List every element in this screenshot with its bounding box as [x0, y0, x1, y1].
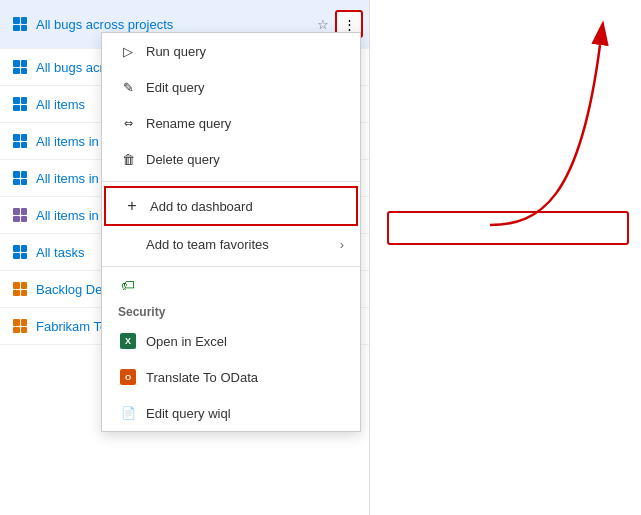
divider-2	[102, 266, 360, 267]
menu-edit-query[interactable]: ✎ Edit query	[102, 69, 360, 105]
menu-run-query[interactable]: ▷ Run query	[102, 33, 360, 69]
menu-add-dashboard[interactable]: + Add to dashboard	[104, 186, 358, 226]
menu-rename-label: Rename query	[146, 116, 231, 131]
grid-icon-7	[12, 244, 28, 260]
grid-icon-9	[12, 318, 28, 334]
grid-icon-8	[12, 281, 28, 297]
play-icon: ▷	[118, 41, 138, 61]
menu-wiql[interactable]: 📄 Edit query wiql	[102, 395, 360, 431]
chevron-right-icon: ›	[340, 237, 344, 252]
menu-wiql-label: Edit query wiql	[146, 406, 231, 421]
menu-tag: 🏷	[102, 271, 360, 299]
menu-rename-query[interactable]: ⇔ Rename query	[102, 105, 360, 141]
menu-delete-query[interactable]: 🗑 Delete query	[102, 141, 360, 177]
favorites-spacer	[118, 234, 138, 254]
menu-favorites-label: Add to team favorites	[146, 237, 269, 252]
grid-icon-5	[12, 170, 28, 186]
rename-icon: ⇔	[118, 113, 138, 133]
menu-odata-label: Translate To OData	[146, 370, 258, 385]
wiql-icon: 📄	[118, 403, 138, 423]
tag-icon: 🏷	[118, 275, 138, 295]
context-menu: ▷ Run query ✎ Edit query ⇔ Rename query …	[101, 32, 361, 432]
menu-add-favorites[interactable]: Add to team favorites ›	[102, 226, 360, 262]
odata-icon: O	[118, 367, 138, 387]
query-list: All bugs across projects ☆ ⋮ ▷ Run query…	[0, 0, 370, 515]
more-button-1[interactable]: ⋮ ▷ Run query ✎ Edit query ⇔ Rename quer…	[335, 10, 363, 38]
grid-icon-6	[12, 207, 28, 223]
menu-delete-label: Delete query	[146, 152, 220, 167]
divider-1	[102, 181, 360, 182]
menu-run-label: Run query	[146, 44, 206, 59]
svg-rect-1	[388, 212, 628, 244]
menu-odata[interactable]: O Translate To OData	[102, 359, 360, 395]
grid-icon-4	[12, 133, 28, 149]
grid-icon-2	[12, 59, 28, 75]
plus-icon: +	[122, 196, 142, 216]
menu-dashboard-label: Add to dashboard	[150, 199, 253, 214]
grid-icon-1	[12, 16, 28, 32]
menu-edit-label: Edit query	[146, 80, 205, 95]
ellipsis-icon-1: ⋮	[343, 17, 356, 32]
menu-open-excel[interactable]: X Open in Excel	[102, 323, 360, 359]
query-item-1[interactable]: All bugs across projects ☆ ⋮ ▷ Run query…	[0, 0, 369, 49]
security-section-label: Security	[102, 299, 360, 323]
query-label-1: All bugs across projects	[36, 17, 311, 32]
menu-excel-label: Open in Excel	[146, 334, 227, 349]
grid-icon-3	[12, 96, 28, 112]
excel-icon: X	[118, 331, 138, 351]
trash-icon: 🗑	[118, 149, 138, 169]
pencil-icon: ✎	[118, 77, 138, 97]
